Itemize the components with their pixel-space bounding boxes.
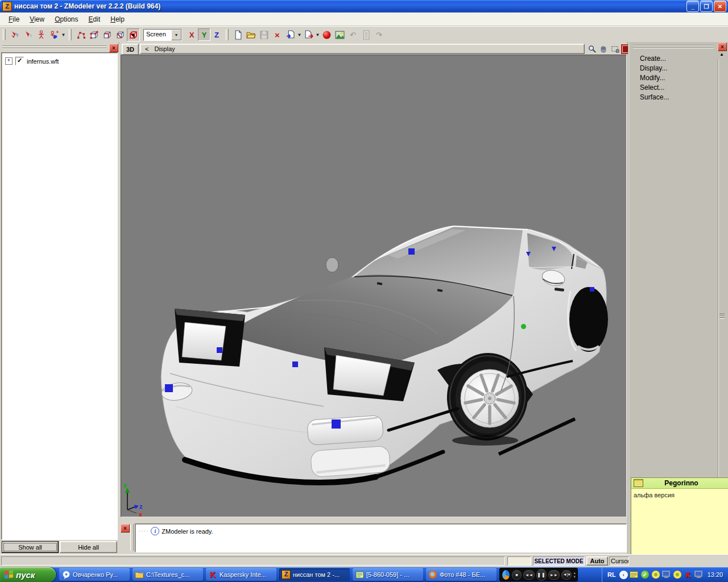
scene-selection-marker[interactable]: [292, 361, 298, 367]
close-panel-button[interactable]: ×: [718, 43, 727, 51]
cursor-mode-button[interactable]: Cursor: [609, 556, 629, 566]
cube-edges-button[interactable]: [101, 28, 114, 41]
viewport-mode-button[interactable]: 3D: [122, 44, 139, 55]
axis-x-button[interactable]: X: [185, 28, 198, 41]
zoom-region-tool-button[interactable]: [610, 44, 621, 54]
scene-selection-marker[interactable]: [217, 347, 222, 353]
cube-vertices-button[interactable]: [88, 28, 101, 41]
open-file-button[interactable]: [245, 28, 258, 41]
show-all-button[interactable]: Show all: [2, 541, 59, 553]
taskbar-task-messenger[interactable]: Овчаренко Ру...: [59, 568, 130, 581]
multi-select-arrows-button[interactable]: [9, 28, 22, 41]
taskbar-task-cardfile[interactable]: [5-860-059] - ...: [353, 568, 423, 581]
panel-drag-grip[interactable]: [633, 45, 714, 46]
scene-selection-marker[interactable]: [408, 248, 415, 255]
viewport-back-arrow[interactable]: <: [145, 45, 148, 52]
close-message-panel-button[interactable]: ×: [121, 524, 130, 533]
menu-edit[interactable]: Edit: [84, 14, 106, 25]
menu-item-select[interactable]: Select...: [632, 82, 716, 92]
scroll-up-arrow[interactable]: ▲: [718, 51, 726, 58]
hide-all-button[interactable]: Hide all: [60, 541, 117, 553]
previous-button[interactable]: ◄◄: [523, 570, 535, 580]
start-button[interactable]: пуск: [0, 567, 56, 582]
pause-button[interactable]: ❚❚: [536, 569, 546, 581]
tree-row-infernus[interactable]: + ✓ infernus.wft: [2, 53, 117, 65]
tree-item-label[interactable]: infernus.wft: [27, 58, 59, 65]
axis-y-button[interactable]: Y: [198, 28, 210, 41]
menu-item-surface[interactable]: Surface...: [632, 92, 716, 102]
close-button[interactable]: ✕: [714, 1, 726, 12]
network-computer-icon[interactable]: [694, 570, 704, 579]
scene-selection-marker[interactable]: [552, 247, 556, 251]
menu-file[interactable]: File: [3, 14, 24, 25]
next-button[interactable]: ►►: [548, 570, 560, 580]
taskbar-task-zmodeler[interactable]: Z ниссан том 2 -...: [279, 568, 350, 581]
axis-z-button[interactable]: Z: [210, 28, 223, 41]
restore-button[interactable]: ❐: [700, 1, 713, 12]
cube-objects-button[interactable]: [127, 28, 140, 41]
tray-chevron-icon[interactable]: ‹: [619, 571, 628, 579]
panel-drag-grip[interactable]: [2, 45, 107, 47]
taskbar-task-firefox[interactable]: Фото #48 - БЕ...: [426, 568, 497, 581]
menu-options[interactable]: Options: [49, 14, 83, 25]
vertices-mode-button[interactable]: [75, 28, 88, 41]
scene-selection-marker[interactable]: [332, 419, 341, 429]
message-panel-grip[interactable]: [130, 524, 134, 551]
flower-smiley-icon[interactable]: [673, 570, 682, 579]
taskbar-task-kaspersky[interactable]: K Kaspersky Inte...: [206, 568, 276, 581]
paint-select-button[interactable]: [48, 28, 61, 41]
screen-selector-combobox[interactable]: Screen ▼: [143, 29, 182, 41]
select-dropdown-caret[interactable]: ▼: [61, 32, 66, 38]
title-bar[interactable]: Z ниссан том 2 - ZModeler ver 2.2.2 (Bui…: [0, 0, 728, 13]
pan-tool-button[interactable]: [598, 44, 609, 54]
panel-drag-grip[interactable]: [2, 48, 107, 49]
panel-drag-grip[interactable]: [633, 47, 714, 48]
bones-mode-button[interactable]: [35, 28, 48, 41]
import-dropdown-caret[interactable]: ▼: [297, 32, 302, 38]
minimize-button[interactable]: _: [686, 1, 699, 12]
tree-visibility-checkbox[interactable]: ✓: [15, 57, 24, 65]
texture-browser-button[interactable]: [333, 28, 346, 41]
panel-scrollbar[interactable]: [718, 59, 726, 477]
sticky-note-header[interactable]: Pegorinno: [631, 478, 728, 489]
menu-help[interactable]: Help: [105, 14, 130, 25]
close-panel-button[interactable]: ×: [109, 44, 118, 52]
flower-smiley-icon[interactable]: [651, 570, 660, 579]
combobox-dropdown-icon[interactable]: ▼: [171, 30, 181, 40]
taskbar-task-explorer[interactable]: C:\Textures_c...: [133, 568, 203, 581]
export-dropdown-caret[interactable]: ▼: [315, 32, 320, 38]
deskband-spinner-icon[interactable]: ▴▾: [573, 571, 576, 579]
scene-selection-marker[interactable]: [165, 384, 173, 392]
toolbar-grip[interactable]: [3, 29, 6, 40]
menu-item-create[interactable]: Create...: [632, 53, 716, 63]
tree-expand-icon[interactable]: +: [5, 57, 13, 65]
new-file-button[interactable]: [231, 28, 245, 41]
stop-button[interactable]: ■: [512, 570, 522, 580]
viewport-3d-canvas[interactable]: y z x: [121, 55, 627, 517]
export-button[interactable]: [302, 28, 315, 41]
scene-selection-marker[interactable]: [590, 287, 594, 292]
auto-toggle-button[interactable]: Auto: [586, 556, 608, 566]
shield-check-icon[interactable]: ✓: [640, 570, 650, 579]
scene-tree[interactable]: + ✓ infernus.wft: [1, 52, 118, 540]
delete-button[interactable]: ×: [271, 28, 284, 41]
kaspersky-tray-icon[interactable]: K: [684, 570, 693, 579]
import-button[interactable]: [284, 28, 297, 41]
tray-clock[interactable]: 13:20: [708, 571, 723, 578]
menu-view[interactable]: View: [24, 14, 49, 25]
menu-item-display[interactable]: Display...: [632, 63, 716, 73]
single-select-arrow-button[interactable]: [22, 28, 35, 41]
scene-selection-marker[interactable]: [526, 252, 531, 256]
toolbar-grip[interactable]: [226, 29, 229, 40]
scrollbar-thumb-grip[interactable]: [719, 314, 725, 319]
message-log-panel[interactable]: ···· i ZModeler is ready.: [135, 523, 627, 552]
viewport-display-menu[interactable]: Display: [154, 45, 175, 52]
viewport-menu-strip[interactable]: < Display: [140, 44, 585, 54]
scene-marker-green-dot[interactable]: [521, 324, 526, 329]
volume-button[interactable]: ◄)▾: [561, 570, 572, 580]
zoom-tool-button[interactable]: [587, 44, 598, 54]
language-indicator[interactable]: RL: [606, 570, 618, 579]
material-editor-button[interactable]: [320, 28, 333, 41]
menu-item-modify[interactable]: Modify...: [632, 73, 716, 82]
network-computer-icon[interactable]: [662, 570, 671, 579]
